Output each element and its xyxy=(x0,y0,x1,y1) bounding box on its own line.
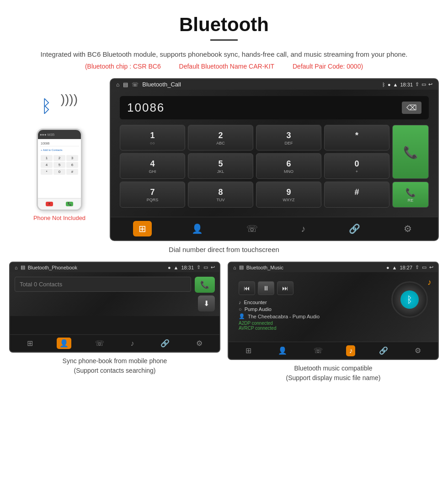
phone-bottom-bar: ✕ 📞 xyxy=(38,198,81,209)
main-screen: ⌂ ▤ ☏ Bluetooth_Call ᛒ ● ▲ 18:31 ⇧ ▭ ↩ 1… xyxy=(110,78,439,241)
ms-nav-settings[interactable]: ⚙ xyxy=(412,345,424,356)
music-body: ⏮ ⏸ ⏭ ♪ Encounter ○ Pump Audio xyxy=(229,272,438,342)
pb-signal-icon: ▤ xyxy=(21,264,25,270)
phone-top-bar: ●●● M35 xyxy=(38,130,81,139)
subtitle-text: Integrated with BC6 Bluetooth module, su… xyxy=(0,49,448,63)
phonebook-body: Total 0 Contacts 📞 ⬇ xyxy=(10,272,219,316)
recall-button[interactable]: 📞RE xyxy=(392,182,429,208)
phonebook-bottom-nav: ⊞ 👤 ☏ ♪ 🔗 ⚙ xyxy=(10,334,219,352)
nav-settings-icon[interactable]: ⚙ xyxy=(400,221,416,236)
app-name-label: Bluetooth_Call xyxy=(142,81,379,88)
pb-time: 18:31 xyxy=(181,265,194,270)
key-star[interactable]: * xyxy=(324,125,389,150)
pb-bt-icon: ● xyxy=(168,265,171,270)
pb-wifi-icon: ▲ xyxy=(174,265,179,270)
time-display: 18:31 xyxy=(400,82,413,87)
track-info: ♪ Encounter ○ Pump Audio 👤 The Cheebacab… xyxy=(239,300,387,331)
key-6[interactable]: 6MNO xyxy=(256,153,321,179)
track-name-row: ♪ Encounter xyxy=(239,300,387,305)
phonebook-empty-area: Total 0 Contacts xyxy=(15,277,191,311)
key-4[interactable]: 4GHI xyxy=(120,153,185,179)
music-content: ⏮ ⏸ ⏭ ♪ Encounter ○ Pump Audio xyxy=(234,277,432,337)
pb-nav-link[interactable]: 🔗 xyxy=(158,338,172,349)
mini-key-hash: # xyxy=(66,169,78,175)
mini-key-5: 5 xyxy=(53,162,65,168)
ms-nav-dialpad[interactable]: ⊞ xyxy=(243,345,254,356)
nav-music-icon[interactable]: ♪ xyxy=(297,222,309,236)
chip-name: Default Bluetooth Name CAR-KIT xyxy=(179,63,275,70)
vinyl-bt-icon: ᛒ xyxy=(400,290,419,309)
track-name-label: Encounter xyxy=(244,300,267,305)
key-5[interactable]: 5JKL xyxy=(188,153,253,179)
phone-side: ᛒ )))) ●●● M35 10086 + Add to Contacts 1… xyxy=(9,78,110,221)
phone-screen: 10086 + Add to Contacts 1 2 3 4 5 6 * 0 … xyxy=(38,139,81,198)
nav-link-icon[interactable]: 🔗 xyxy=(345,221,364,236)
main-caption: Dial number direct from touchscreen xyxy=(0,246,448,253)
vinyl-disc: ᛒ xyxy=(391,281,428,318)
key-9[interactable]: 9WXYZ xyxy=(256,182,321,208)
play-pause-btn[interactable]: ⏸ xyxy=(258,281,274,295)
phonebook-call-btn[interactable]: 📞 xyxy=(195,277,215,293)
a2dp-status: A2DP connected xyxy=(239,321,387,326)
full-title-label: The Cheebacabra - Pump Audio xyxy=(248,314,320,319)
page-title: Bluetooth xyxy=(0,0,448,39)
source-row: ○ Pump Audio xyxy=(239,306,387,312)
backspace-button[interactable]: ⌫ xyxy=(402,102,421,114)
key-3[interactable]: 3DEF xyxy=(256,125,321,150)
ms-bt-icon: ● xyxy=(386,265,389,270)
bluetooth-icon-area: ᛒ )))) xyxy=(41,92,78,124)
key-8[interactable]: 8TUV xyxy=(188,182,253,208)
phone-end-btn: ✕ xyxy=(46,202,53,206)
phonebook-spacer xyxy=(10,316,219,334)
key-2[interactable]: 2ABC xyxy=(188,125,253,150)
phonebook-screen-wrap: ⌂ ▤ Bluetooth_Phonebook ● ▲ 18:31 ⇧ ▭ ↩ … xyxy=(9,262,220,383)
ms-nav-music[interactable]: ♪ xyxy=(346,345,355,356)
nav-call-icon[interactable]: ☏ xyxy=(243,221,261,236)
pb-home-icon: ⌂ xyxy=(15,265,18,270)
next-track-btn[interactable]: ⏭ xyxy=(277,281,293,295)
ms-nav-contacts[interactable]: 👤 xyxy=(275,345,290,356)
phone-status-dots: ●●● M35 xyxy=(40,133,54,137)
nav-contacts-icon[interactable]: 👤 xyxy=(188,221,207,236)
call-button[interactable]: 📞 xyxy=(392,125,429,179)
status-icons-group: ᛒ ● ▲ 18:31 ⇧ ▭ ↩ xyxy=(382,81,432,87)
ms-expand-icon: ⇧ xyxy=(415,264,419,270)
full-title-row: 👤 The Cheebacabra - Pump Audio xyxy=(239,313,387,319)
source-icon: ○ xyxy=(239,306,242,312)
music-screen-wrap: ⌂ ▤ Bluetooth_Music ● ▲ 18:27 ⇧ ▭ ↩ ⏮ ⏸ … xyxy=(228,262,439,383)
ms-home-icon: ⌂ xyxy=(233,265,236,270)
chip-code: Default Pair Code: 0000) xyxy=(293,63,363,70)
key-0[interactable]: 0+ xyxy=(324,153,389,179)
prev-track-btn[interactable]: ⏮ xyxy=(239,281,255,295)
pb-nav-music[interactable]: ♪ xyxy=(128,338,137,349)
key-7[interactable]: 7PQRS xyxy=(120,182,185,208)
bluetooth-status-icon: ᛒ xyxy=(382,82,385,87)
pb-nav-settings[interactable]: ⚙ xyxy=(193,338,205,349)
pb-expand-icon: ⇧ xyxy=(197,264,201,270)
main-screen-area: ⌂ ▤ ☏ Bluetooth_Call ᛒ ● ▲ 18:31 ⇧ ▭ ↩ 1… xyxy=(110,78,439,241)
pb-back-icon: ↩ xyxy=(211,264,215,270)
music-status-bar: ⌂ ▤ Bluetooth_Music ● ▲ 18:27 ⇧ ▭ ↩ xyxy=(229,263,438,272)
lower-section: ⌂ ▤ Bluetooth_Phonebook ● ▲ 18:31 ⇧ ▭ ↩ … xyxy=(0,262,448,383)
upper-section: ᛒ )))) ●●● M35 10086 + Add to Contacts 1… xyxy=(0,78,448,241)
contacts-search-field[interactable]: Total 0 Contacts xyxy=(15,277,191,292)
phonebook-download-btn[interactable]: ⬇ xyxy=(198,295,215,311)
dialed-number: 10086 xyxy=(127,101,165,115)
ms-wifi-icon: ▲ xyxy=(392,265,397,270)
ms-nav-link[interactable]: 🔗 xyxy=(376,345,391,356)
music-transport-controls: ⏮ ⏸ ⏭ xyxy=(239,281,387,295)
key-hash[interactable]: # xyxy=(324,182,389,208)
ms-nav-call[interactable]: ☏ xyxy=(311,345,325,356)
phone-icon-status: ☏ xyxy=(132,81,139,88)
key-1[interactable]: 1○○ xyxy=(120,125,185,150)
pb-nav-contacts[interactable]: 👤 xyxy=(57,338,71,349)
add-contacts-label: + Add to Contacts xyxy=(40,148,79,152)
signal-dot-icon: ● xyxy=(388,82,391,87)
pb-nav-dialpad[interactable]: ⊞ xyxy=(24,338,36,349)
nav-dialpad-icon[interactable]: ⊞ xyxy=(133,221,152,236)
signal-waves-icon: )))) xyxy=(61,92,78,107)
home-icon: ⌂ xyxy=(116,81,119,88)
main-status-bar: ⌂ ▤ ☏ Bluetooth_Call ᛒ ● ▲ 18:31 ⇧ ▭ ↩ xyxy=(111,79,438,90)
pb-nav-call[interactable]: ☏ xyxy=(92,338,107,349)
phone-mini-keypad: 1 2 3 4 5 6 * 0 # xyxy=(40,154,79,176)
